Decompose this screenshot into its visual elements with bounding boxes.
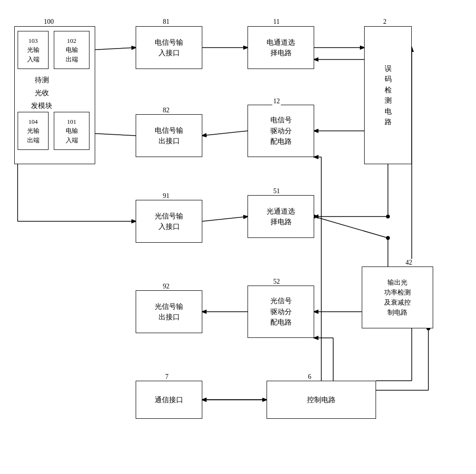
box-12-label: 电信号驱动分配电路: [270, 115, 292, 147]
box-2: 误码检测电路: [364, 26, 412, 164]
box-12: 电信号驱动分配电路: [248, 105, 314, 157]
label-91: 91: [162, 192, 170, 200]
box-51-label: 光通道选择电路: [267, 206, 295, 227]
box-6-label: 控制电路: [307, 395, 336, 405]
diagram-container: 待测光收发模块 103光输入端 102电输出端 104光输出端 101电输入端 …: [0, 0, 476, 474]
box-52: 光信号驱动分配电路: [248, 286, 314, 338]
box-82: 电信号输出接口: [136, 114, 202, 157]
box-81-label: 电信号输入接口: [155, 37, 183, 59]
label-51: 51: [272, 188, 281, 195]
box-92: 光信号输出接口: [136, 290, 202, 333]
box-7: 通信接口: [136, 381, 202, 419]
label-7: 7: [164, 373, 169, 381]
box-82-label: 电信号输出接口: [155, 125, 183, 147]
label-2: 2: [382, 18, 387, 26]
dut-label: 待测光收发模块: [31, 74, 52, 112]
port-103: 103光输入端: [18, 31, 49, 69]
label-100: 100: [43, 18, 55, 26]
svg-line-5: [89, 133, 136, 136]
box-2-label: 误码检测电路: [385, 63, 392, 128]
port-102-label: 102电输出端: [66, 36, 78, 64]
svg-line-4: [202, 131, 248, 136]
port-104: 104光输出端: [18, 112, 49, 150]
port-103-label: 103光输入端: [27, 36, 40, 64]
label-82: 82: [162, 107, 170, 114]
svg-line-17: [314, 217, 388, 238]
box-7-label: 通信接口: [155, 395, 183, 405]
svg-line-0: [89, 48, 136, 50]
port-101: 101电输入端: [54, 112, 89, 150]
label-81: 81: [162, 18, 170, 26]
box-92-label: 光信号输出接口: [155, 301, 183, 323]
label-92: 92: [162, 283, 170, 290]
label-11: 11: [272, 18, 280, 26]
box-42: 输出光功率检测及衰减控制电路: [362, 267, 433, 328]
label-52: 52: [272, 278, 281, 286]
label-6: 6: [307, 373, 312, 381]
port-101-label: 101电输入端: [66, 117, 78, 145]
box-6: 控制电路: [267, 381, 376, 419]
box-11-label: 电通道选择电路: [267, 37, 295, 59]
box-11: 电通道选择电路: [248, 26, 314, 69]
box-52-label: 光信号驱动分配电路: [270, 296, 292, 328]
box-91-label: 光信号输入接口: [155, 211, 183, 232]
box-81: 电信号输入接口: [136, 26, 202, 69]
box-91: 光信号输入接口: [136, 200, 202, 243]
label-42: 42: [405, 259, 413, 267]
port-102: 102电输出端: [54, 31, 89, 69]
port-104-label: 104光输出端: [27, 117, 40, 145]
svg-line-10: [202, 217, 248, 221]
box-51: 光通道选择电路: [248, 195, 314, 238]
svg-point-13: [386, 215, 390, 218]
box-42-label: 输出光功率检测及衰减控制电路: [384, 277, 411, 317]
svg-point-18: [386, 236, 390, 240]
label-12: 12: [272, 98, 281, 105]
